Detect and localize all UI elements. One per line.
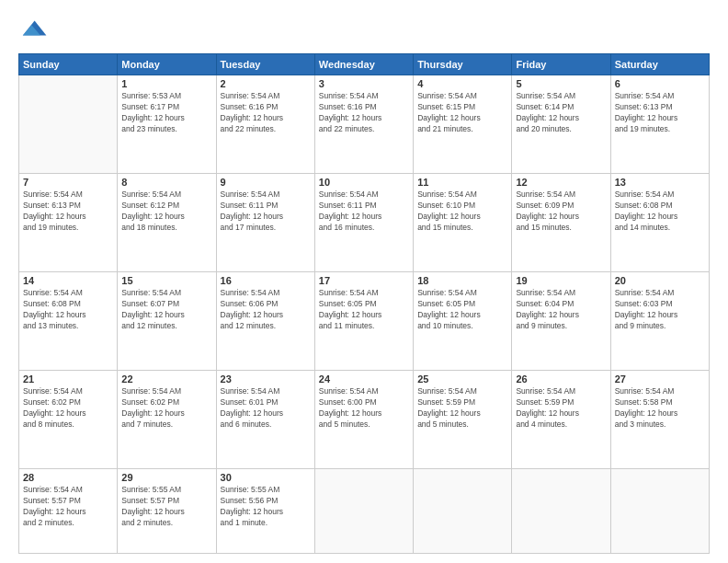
day-info: Sunrise: 5:55 AM Sunset: 5:56 PM Dayligh… bbox=[221, 485, 311, 529]
day-cell: 13Sunrise: 5:54 AM Sunset: 6:08 PM Dayli… bbox=[610, 174, 709, 272]
day-info: Sunrise: 5:54 AM Sunset: 6:01 PM Dayligh… bbox=[221, 386, 311, 431]
day-number: 12 bbox=[516, 177, 606, 188]
day-info: Sunrise: 5:54 AM Sunset: 5:58 PM Dayligh… bbox=[615, 386, 705, 431]
day-cell: 9Sunrise: 5:54 AM Sunset: 6:11 PM Daylig… bbox=[216, 174, 314, 272]
day-info: Sunrise: 5:54 AM Sunset: 6:16 PM Dayligh… bbox=[319, 91, 409, 135]
day-info: Sunrise: 5:54 AM Sunset: 6:14 PM Dayligh… bbox=[516, 91, 606, 135]
day-cell: 8Sunrise: 5:54 AM Sunset: 6:12 PM Daylig… bbox=[118, 174, 216, 272]
day-info: Sunrise: 5:54 AM Sunset: 6:11 PM Dayligh… bbox=[319, 190, 409, 234]
day-info: Sunrise: 5:54 AM Sunset: 6:05 PM Dayligh… bbox=[319, 288, 409, 332]
week-row-1: 1Sunrise: 5:53 AM Sunset: 6:17 PM Daylig… bbox=[19, 75, 710, 174]
day-number: 11 bbox=[417, 177, 507, 188]
day-info: Sunrise: 5:54 AM Sunset: 6:05 PM Dayligh… bbox=[417, 288, 507, 332]
day-cell: 30Sunrise: 5:55 AM Sunset: 5:56 PM Dayli… bbox=[216, 469, 314, 554]
day-info: Sunrise: 5:54 AM Sunset: 6:06 PM Dayligh… bbox=[221, 288, 311, 332]
day-number: 17 bbox=[319, 275, 409, 286]
day-number: 5 bbox=[516, 78, 606, 89]
page: SundayMondayTuesdayWednesdayThursdayFrid… bbox=[0, 0, 728, 563]
day-cell: 16Sunrise: 5:54 AM Sunset: 6:06 PM Dayli… bbox=[216, 272, 314, 371]
day-info: Sunrise: 5:54 AM Sunset: 6:13 PM Dayligh… bbox=[615, 91, 705, 135]
day-cell: 24Sunrise: 5:54 AM Sunset: 6:00 PM Dayli… bbox=[314, 371, 413, 469]
day-info: Sunrise: 5:54 AM Sunset: 6:09 PM Dayligh… bbox=[516, 190, 606, 234]
weekday-header-saturday: Saturday bbox=[610, 54, 709, 75]
day-number: 15 bbox=[121, 275, 211, 286]
weekday-header-row: SundayMondayTuesdayWednesdayThursdayFrid… bbox=[19, 54, 710, 75]
day-number: 6 bbox=[615, 78, 705, 89]
day-number: 19 bbox=[516, 275, 606, 286]
day-info: Sunrise: 5:54 AM Sunset: 6:08 PM Dayligh… bbox=[23, 288, 113, 332]
day-number: 8 bbox=[121, 177, 211, 188]
day-cell: 10Sunrise: 5:54 AM Sunset: 6:11 PM Dayli… bbox=[314, 174, 413, 272]
week-row-5: 28Sunrise: 5:54 AM Sunset: 5:57 PM Dayli… bbox=[19, 469, 710, 554]
day-cell: 17Sunrise: 5:54 AM Sunset: 6:05 PM Dayli… bbox=[314, 272, 413, 371]
day-number: 14 bbox=[23, 275, 113, 286]
day-info: Sunrise: 5:54 AM Sunset: 6:11 PM Dayligh… bbox=[221, 190, 311, 234]
day-cell: 11Sunrise: 5:54 AM Sunset: 6:10 PM Dayli… bbox=[414, 174, 512, 272]
day-cell: 20Sunrise: 5:54 AM Sunset: 6:03 PM Dayli… bbox=[610, 272, 709, 371]
day-number: 24 bbox=[319, 373, 409, 385]
day-number: 4 bbox=[417, 78, 507, 89]
week-row-4: 21Sunrise: 5:54 AM Sunset: 6:02 PM Dayli… bbox=[19, 371, 710, 469]
day-info: Sunrise: 5:54 AM Sunset: 6:15 PM Dayligh… bbox=[417, 91, 507, 135]
day-number: 20 bbox=[615, 275, 705, 286]
day-cell: 14Sunrise: 5:54 AM Sunset: 6:08 PM Dayli… bbox=[19, 272, 118, 371]
day-info: Sunrise: 5:54 AM Sunset: 5:59 PM Dayligh… bbox=[417, 386, 507, 431]
day-number: 13 bbox=[615, 177, 705, 188]
week-row-2: 7Sunrise: 5:54 AM Sunset: 6:13 PM Daylig… bbox=[19, 174, 710, 272]
day-cell: 7Sunrise: 5:54 AM Sunset: 6:13 PM Daylig… bbox=[19, 174, 118, 272]
day-cell bbox=[414, 469, 512, 554]
weekday-header-wednesday: Wednesday bbox=[314, 54, 413, 75]
day-cell: 26Sunrise: 5:54 AM Sunset: 5:59 PM Dayli… bbox=[512, 371, 610, 469]
day-number: 22 bbox=[121, 373, 211, 385]
day-number: 27 bbox=[615, 373, 705, 385]
day-number: 29 bbox=[121, 472, 211, 483]
day-info: Sunrise: 5:54 AM Sunset: 5:57 PM Dayligh… bbox=[23, 485, 113, 529]
day-cell: 4Sunrise: 5:54 AM Sunset: 6:15 PM Daylig… bbox=[414, 75, 512, 174]
day-info: Sunrise: 5:54 AM Sunset: 6:03 PM Dayligh… bbox=[615, 288, 705, 332]
day-number: 30 bbox=[221, 472, 311, 483]
day-number: 3 bbox=[319, 78, 409, 89]
day-cell: 21Sunrise: 5:54 AM Sunset: 6:02 PM Dayli… bbox=[19, 371, 118, 469]
day-info: Sunrise: 5:54 AM Sunset: 6:02 PM Dayligh… bbox=[121, 386, 211, 431]
day-number: 26 bbox=[516, 373, 606, 385]
day-number: 28 bbox=[23, 472, 113, 483]
day-info: Sunrise: 5:54 AM Sunset: 6:04 PM Dayligh… bbox=[516, 288, 606, 332]
weekday-header-thursday: Thursday bbox=[414, 54, 512, 75]
day-info: Sunrise: 5:53 AM Sunset: 6:17 PM Dayligh… bbox=[121, 91, 211, 135]
day-cell: 15Sunrise: 5:54 AM Sunset: 6:07 PM Dayli… bbox=[118, 272, 216, 371]
day-cell: 5Sunrise: 5:54 AM Sunset: 6:14 PM Daylig… bbox=[512, 75, 610, 174]
day-cell bbox=[610, 469, 709, 554]
day-cell: 25Sunrise: 5:54 AM Sunset: 5:59 PM Dayli… bbox=[414, 371, 512, 469]
logo bbox=[18, 15, 51, 44]
day-cell: 19Sunrise: 5:54 AM Sunset: 6:04 PM Dayli… bbox=[512, 272, 610, 371]
day-info: Sunrise: 5:54 AM Sunset: 6:10 PM Dayligh… bbox=[417, 190, 507, 234]
day-info: Sunrise: 5:54 AM Sunset: 5:59 PM Dayligh… bbox=[516, 386, 606, 431]
day-info: Sunrise: 5:54 AM Sunset: 6:12 PM Dayligh… bbox=[121, 190, 211, 234]
day-info: Sunrise: 5:54 AM Sunset: 6:07 PM Dayligh… bbox=[121, 288, 211, 332]
day-info: Sunrise: 5:54 AM Sunset: 6:08 PM Dayligh… bbox=[615, 190, 705, 234]
week-row-3: 14Sunrise: 5:54 AM Sunset: 6:08 PM Dayli… bbox=[19, 272, 710, 371]
day-number: 1 bbox=[121, 78, 211, 89]
weekday-header-tuesday: Tuesday bbox=[216, 54, 314, 75]
weekday-header-sunday: Sunday bbox=[19, 54, 118, 75]
day-info: Sunrise: 5:54 AM Sunset: 6:16 PM Dayligh… bbox=[221, 91, 311, 135]
header bbox=[18, 15, 710, 44]
day-info: Sunrise: 5:54 AM Sunset: 6:00 PM Dayligh… bbox=[319, 386, 409, 431]
day-info: Sunrise: 5:55 AM Sunset: 5:57 PM Dayligh… bbox=[121, 485, 211, 529]
day-info: Sunrise: 5:54 AM Sunset: 6:13 PM Dayligh… bbox=[23, 190, 113, 234]
day-number: 10 bbox=[319, 177, 409, 188]
day-number: 18 bbox=[417, 275, 507, 286]
day-number: 23 bbox=[221, 373, 311, 385]
day-number: 2 bbox=[221, 78, 311, 89]
day-cell bbox=[19, 75, 118, 174]
day-cell: 18Sunrise: 5:54 AM Sunset: 6:05 PM Dayli… bbox=[414, 272, 512, 371]
day-cell bbox=[314, 469, 413, 554]
weekday-header-monday: Monday bbox=[118, 54, 216, 75]
day-cell: 28Sunrise: 5:54 AM Sunset: 5:57 PM Dayli… bbox=[19, 469, 118, 554]
day-number: 9 bbox=[221, 177, 311, 188]
day-cell: 29Sunrise: 5:55 AM Sunset: 5:57 PM Dayli… bbox=[118, 469, 216, 554]
day-cell: 23Sunrise: 5:54 AM Sunset: 6:01 PM Dayli… bbox=[216, 371, 314, 469]
day-number: 7 bbox=[23, 177, 113, 188]
day-cell: 6Sunrise: 5:54 AM Sunset: 6:13 PM Daylig… bbox=[610, 75, 709, 174]
day-number: 21 bbox=[23, 373, 113, 385]
